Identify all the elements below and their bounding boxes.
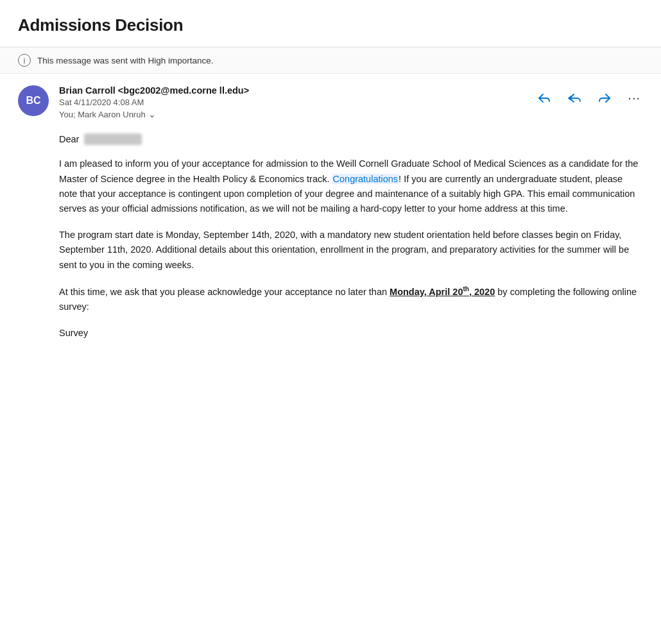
chevron-down-icon: ⌄ [148,109,156,119]
action-buttons: ··· [535,85,643,108]
deadline-text: Monday, April 20th, 2020 [390,287,495,297]
info-icon: i [18,54,31,67]
sender-name: Brian Carroll <bgc2002@med.corne ll.edu> [59,85,249,96]
paragraph-1: I am pleased to inform you of your accep… [59,157,643,216]
email-title: Admissions Decision [18,15,643,35]
ellipsis-icon: ··· [628,90,640,105]
sender-left: BC Brian Carroll <bgc2002@med.corne ll.e… [18,85,249,119]
dear-line: Dear [59,132,643,146]
sender-to: You; Mark Aaron Unruh ⌄ [59,109,249,119]
paragraph-3: At this time, we ask that you please ack… [59,284,643,314]
email-header: Admissions Decision [0,0,661,47]
sender-section: BC Brian Carroll <bgc2002@med.corne ll.e… [0,74,661,119]
survey-line: Survey [59,326,643,340]
importance-bar: i This message was sent with High import… [0,47,661,74]
reply-all-button[interactable] [565,89,584,107]
importance-text: This message was sent with High importan… [37,56,214,65]
redacted-name [84,133,142,145]
more-options-button[interactable]: ··· [625,88,643,108]
email-body: Dear I am pleased to inform you of your … [0,119,661,358]
sender-date: Sat 4/11/2020 4:08 AM [59,97,249,107]
reply-button[interactable] [535,89,553,107]
email-container: Admissions Decision i This message was s… [0,0,661,644]
sender-info: Brian Carroll <bgc2002@med.corne ll.edu>… [59,85,249,119]
forward-button[interactable] [596,89,614,107]
avatar: BC [18,85,49,116]
congratulations-link[interactable]: Congratulations [332,174,399,184]
paragraph-2: The program start date is Monday, Septem… [59,228,643,273]
